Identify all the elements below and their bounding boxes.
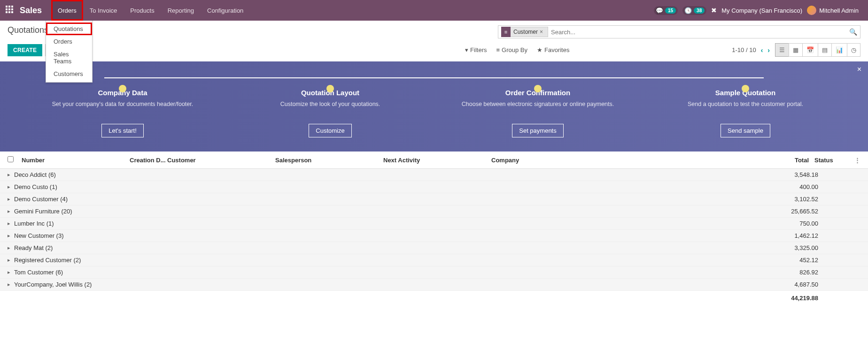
group-total: 4,687.50 xyxy=(776,281,860,288)
search-input[interactable] xyxy=(551,29,849,36)
group-total: 452.12 xyxy=(776,257,860,264)
main-navbar: Sales Orders To Invoice Products Reporti… xyxy=(0,0,868,21)
apps-icon[interactable] xyxy=(6,6,15,15)
nav-item-products[interactable]: Products xyxy=(124,0,161,21)
user-menu[interactable]: Mitchell Admin xyxy=(807,6,859,15)
chevron-right-icon: ▸ xyxy=(8,233,14,239)
chevron-right-icon: ▸ xyxy=(8,208,14,214)
col-total[interactable]: Total xyxy=(762,157,809,164)
activities-button[interactable]: 🕓 38 xyxy=(682,6,706,15)
chevron-right-icon: ▸ xyxy=(8,269,14,275)
group-name: Demo Customer (4) xyxy=(14,196,136,203)
col-number[interactable]: Number xyxy=(22,157,130,164)
group-name: Demo Custo (1) xyxy=(14,183,136,190)
group-name: YourCompany, Joel Willis (2) xyxy=(14,281,136,288)
group-total: 826.92 xyxy=(776,269,860,276)
favorites-label: Favorites xyxy=(544,46,569,53)
dropdown-item-orders[interactable]: Orders xyxy=(46,35,92,48)
search-facet-customer: ≡ Customer × xyxy=(501,27,548,37)
dropdown-item-sales-teams[interactable]: Sales Teams xyxy=(46,48,92,68)
group-total: 400.00 xyxy=(776,183,860,190)
group-name: Deco Addict (6) xyxy=(14,171,136,178)
nav-item-to-invoice[interactable]: To Invoice xyxy=(83,0,124,21)
table-row[interactable]: ▸YourCompany, Joel Willis (2)4,687.50 xyxy=(0,279,868,291)
table-row[interactable]: ▸Deco Addict (6)3,548.18 xyxy=(0,169,868,181)
filters-label: Filters xyxy=(470,46,487,53)
group-total: 3,102.52 xyxy=(776,196,860,203)
select-all-checkbox[interactable] xyxy=(8,156,14,162)
step-dot xyxy=(326,85,334,92)
table-header: Number Creation D... Customer Salesperso… xyxy=(0,151,868,169)
control-panel-bottom: CREATE ⤓ ▾Filters ≡Group By ★Favorites 1… xyxy=(0,40,868,61)
table-row[interactable]: ▸New Customer (3)1,462.12 xyxy=(0,230,868,242)
company-switcher[interactable]: My Company (San Francisco) xyxy=(721,7,802,14)
col-customer[interactable]: Customer xyxy=(167,157,275,164)
groupby-button[interactable]: ≡Group By xyxy=(496,46,527,53)
view-graph-icon[interactable]: 📊 xyxy=(831,43,847,57)
table-row[interactable]: ▸Ready Mat (2)3,325.00 xyxy=(0,242,868,254)
group-total: 3,548.18 xyxy=(776,171,860,178)
table-row[interactable]: ▸Registered Customer (2)452.12 xyxy=(0,254,868,266)
user-name: Mitchell Admin xyxy=(819,7,859,14)
table-row[interactable]: ▸Demo Customer (4)3,102.52 xyxy=(0,193,868,205)
table-row[interactable]: ▸Gemini Furniture (20)25,665.52 xyxy=(0,205,868,218)
pager: 1-10 / 10 ‹ › xyxy=(732,46,770,54)
pager-next-icon[interactable]: › xyxy=(767,46,770,54)
groupby-label: Group By xyxy=(502,46,527,53)
onboard-step-layout: Quotation Layout Customize the look of y… xyxy=(226,72,434,137)
step-desc: Set your company's data for documents he… xyxy=(30,100,215,116)
table-row[interactable]: ▸Demo Custo (1)400.00 xyxy=(0,181,868,193)
chevron-right-icon: ▸ xyxy=(8,220,14,227)
nav-item-configuration[interactable]: Configuration xyxy=(201,0,250,21)
filters-button[interactable]: ▾Filters xyxy=(465,46,487,53)
facet-remove-icon[interactable]: × xyxy=(538,29,545,35)
groupby-icon: ≡ xyxy=(496,46,500,53)
view-list-icon[interactable]: ☰ xyxy=(775,43,789,57)
step-button-send-sample[interactable]: Send sample xyxy=(721,124,770,137)
view-kanban-icon[interactable]: ▦ xyxy=(789,43,803,57)
group-name: Tom Customer (6) xyxy=(14,269,136,276)
step-button-customize[interactable]: Customize xyxy=(309,124,351,137)
table-footer: 44,219.88 xyxy=(0,291,868,305)
chat-icon: 💬 xyxy=(656,7,663,14)
col-company[interactable]: Company xyxy=(491,157,762,164)
step-dot xyxy=(534,85,542,92)
step-button-set-payments[interactable]: Set payments xyxy=(512,124,564,137)
view-calendar-icon[interactable]: 📅 xyxy=(802,43,818,57)
dropdown-item-quotations[interactable]: Quotations xyxy=(46,23,92,35)
debug-icon[interactable]: ✖ xyxy=(711,7,717,14)
chevron-right-icon: ▸ xyxy=(8,184,14,190)
dropdown-item-customers[interactable]: Customers xyxy=(46,68,92,80)
facet-text: Customer xyxy=(513,29,538,35)
step-desc: Customize the look of your quotations. xyxy=(238,100,423,116)
table-row[interactable]: ▸Lumber Inc (1)750.00 xyxy=(0,218,868,230)
col-next-activity[interactable]: Next Activity xyxy=(383,157,491,164)
col-creation-date[interactable]: Creation D... xyxy=(130,157,167,164)
favorites-button[interactable]: ★Favorites xyxy=(537,46,569,53)
brand-label: Sales xyxy=(20,6,42,15)
column-options-icon[interactable]: ⋮ xyxy=(846,157,860,164)
group-name: New Customer (3) xyxy=(14,232,136,239)
search-options: ▾Filters ≡Group By ★Favorites xyxy=(465,46,569,53)
navbar-right: 💬 15 🕓 38 ✖ My Company (San Francisco) M… xyxy=(654,6,862,15)
group-total: 750.00 xyxy=(776,220,860,227)
step-desc: Send a quotation to test the customer po… xyxy=(653,100,838,116)
messaging-button[interactable]: 💬 15 xyxy=(654,6,678,15)
nav-item-orders[interactable]: Orders xyxy=(51,0,83,21)
nav-item-reporting[interactable]: Reporting xyxy=(161,0,201,21)
group-name: Ready Mat (2) xyxy=(14,244,136,251)
group-total: 3,325.00 xyxy=(776,244,860,251)
view-pivot-icon[interactable]: ▤ xyxy=(818,43,832,57)
chevron-right-icon: ▸ xyxy=(8,245,14,251)
table-row[interactable]: ▸Tom Customer (6)826.92 xyxy=(0,266,868,279)
col-status[interactable]: Status xyxy=(809,157,846,164)
close-icon[interactable]: × xyxy=(857,65,861,74)
create-button[interactable]: CREATE xyxy=(8,44,42,56)
col-salesperson[interactable]: Salesperson xyxy=(275,157,383,164)
search-icon[interactable]: 🔍 xyxy=(849,28,857,36)
step-button-lets-start[interactable]: Let's start! xyxy=(101,124,144,137)
view-activity-icon[interactable]: ◷ xyxy=(847,43,860,57)
group-total: 1,462.12 xyxy=(776,232,860,239)
pager-prev-icon[interactable]: ‹ xyxy=(761,46,763,54)
step-desc: Choose between electronic signatures or … xyxy=(445,100,630,116)
